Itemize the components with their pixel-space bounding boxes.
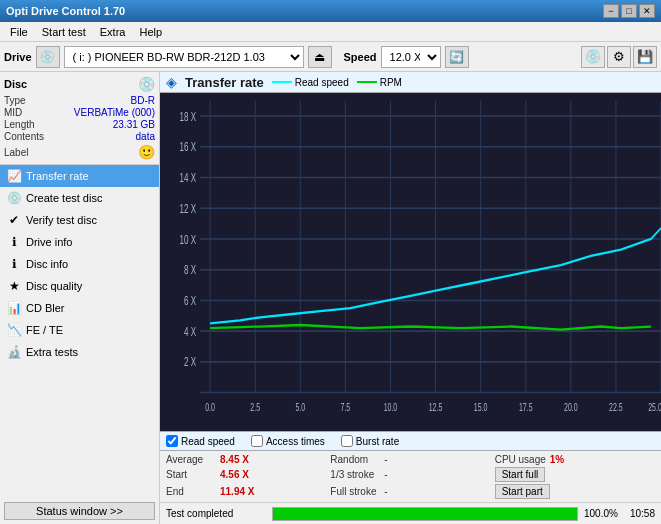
fe-te-icon: 📉 [6, 323, 22, 337]
nav-label-fe-te: FE / TE [26, 324, 63, 336]
read-speed-checkbox[interactable] [166, 435, 178, 447]
chart-icon: ◈ [166, 74, 177, 90]
disc-icon-btn[interactable]: 💿 [581, 46, 605, 68]
svg-text:25.0 GB: 25.0 GB [648, 402, 661, 414]
save-icon-btn[interactable]: 💾 [633, 46, 657, 68]
disc-quality-icon: ★ [6, 279, 22, 293]
burst-rate-checkbox[interactable] [341, 435, 353, 447]
end-value: 11.94 X [220, 486, 260, 497]
legend-read-speed: Read speed [272, 77, 349, 88]
transfer-rate-icon: 📈 [6, 169, 22, 183]
verify-test-icon: ✔ [6, 213, 22, 227]
end-label: End [166, 486, 216, 497]
maximize-button[interactable]: □ [621, 4, 637, 18]
nav-label-disc-quality: Disc quality [26, 280, 82, 292]
speed-select[interactable]: 12.0 X [381, 46, 441, 68]
nav-fe-te[interactable]: 📉 FE / TE [0, 319, 159, 341]
label-key: Label [4, 147, 28, 158]
burst-rate-checkbox-label: Burst rate [356, 436, 399, 447]
chart-container: 18 X 16 X 14 X 12 X 10 X 8 X 6 X 4 X 2 X… [160, 93, 661, 431]
svg-text:22.5: 22.5 [609, 402, 623, 414]
stat-cpu-row: CPU usage 1% [495, 454, 655, 465]
stat-start-part-row: Start part [495, 484, 655, 499]
access-times-checkbox-item: Access times [251, 435, 325, 447]
svg-text:10.0: 10.0 [384, 402, 398, 414]
svg-text:18 X: 18 X [180, 110, 197, 123]
svg-text:8 X: 8 X [184, 264, 196, 277]
start-part-button[interactable]: Start part [495, 484, 550, 499]
settings-icon-btn[interactable]: ⚙ [607, 46, 631, 68]
svg-text:12.5: 12.5 [429, 402, 443, 414]
legend-rpm: RPM [357, 77, 402, 88]
minimize-button[interactable]: − [603, 4, 619, 18]
start-full-button[interactable]: Start full [495, 467, 546, 482]
drive-toolbar: Drive 💿 ( i: ) PIONEER BD-RW BDR-212D 1.… [0, 42, 661, 72]
svg-text:15.0: 15.0 [474, 402, 488, 414]
close-button[interactable]: ✕ [639, 4, 655, 18]
stats-area: Average 8.45 X Random - CPU usage 1% Sta… [160, 451, 661, 502]
access-times-checkbox-label: Access times [266, 436, 325, 447]
nav-label-transfer-rate: Transfer rate [26, 170, 89, 182]
menu-file[interactable]: File [4, 25, 34, 39]
svg-text:5.0: 5.0 [295, 402, 305, 414]
drive-icon-btn[interactable]: 💿 [36, 46, 60, 68]
legend-green-color [357, 81, 377, 83]
start-value: 4.56 X [220, 469, 260, 480]
svg-text:2.5: 2.5 [250, 402, 260, 414]
drive-select[interactable]: ( i: ) PIONEER BD-RW BDR-212D 1.03 [64, 46, 304, 68]
nav-label-disc-info: Disc info [26, 258, 68, 270]
svg-text:0.0: 0.0 [205, 402, 215, 414]
svg-text:16 X: 16 X [180, 141, 197, 154]
read-speed-checkbox-item: Read speed [166, 435, 235, 447]
stat-start-row: Start 4.56 X [166, 467, 326, 482]
svg-text:2 X: 2 X [184, 356, 196, 369]
contents-key: Contents [4, 131, 44, 142]
nav-verify-test-disc[interactable]: ✔ Verify test disc [0, 209, 159, 231]
stroke-1-3-value: - [384, 469, 387, 480]
eject-button[interactable]: ⏏ [308, 46, 332, 68]
svg-text:17.5: 17.5 [519, 402, 533, 414]
menu-bar: File Start test Extra Help [0, 22, 661, 42]
menu-extra[interactable]: Extra [94, 25, 132, 39]
cpu-value: 1% [550, 454, 590, 465]
stat-random-row: Random - [330, 454, 490, 465]
progress-bar-fill [273, 508, 577, 520]
stat-average-row: Average 8.45 X [166, 454, 326, 465]
type-key: Type [4, 95, 26, 106]
svg-text:20.0: 20.0 [564, 402, 578, 414]
left-panel: Disc 💿 Type BD-R MID VERBATiMe (000) Len… [0, 72, 160, 524]
nav-disc-info[interactable]: ℹ Disc info [0, 253, 159, 275]
random-label: Random [330, 454, 380, 465]
nav-create-test-disc[interactable]: 💿 Create test disc [0, 187, 159, 209]
average-label: Average [166, 454, 216, 465]
nav-drive-info[interactable]: ℹ Drive info [0, 231, 159, 253]
svg-rect-0 [160, 93, 661, 431]
refresh-button[interactable]: 🔄 [445, 46, 469, 68]
random-value: - [384, 454, 387, 465]
mid-key: MID [4, 107, 22, 118]
chart-svg: 18 X 16 X 14 X 12 X 10 X 8 X 6 X 4 X 2 X… [160, 93, 661, 431]
nav-transfer-rate[interactable]: 📈 Transfer rate [0, 165, 159, 187]
label-icon: 🙂 [138, 144, 155, 160]
nav-disc-quality[interactable]: ★ Disc quality [0, 275, 159, 297]
type-value: BD-R [131, 95, 155, 106]
nav-label-create: Create test disc [26, 192, 102, 204]
menu-help[interactable]: Help [133, 25, 168, 39]
burst-rate-checkbox-item: Burst rate [341, 435, 399, 447]
cpu-label: CPU usage [495, 454, 546, 465]
nav-label-drive-info: Drive info [26, 236, 72, 248]
drive-label: Drive [4, 51, 32, 63]
chart-title: Transfer rate [185, 75, 264, 90]
stat-full-stroke-row: Full stroke - [330, 484, 490, 499]
access-times-checkbox[interactable] [251, 435, 263, 447]
legend-rpm-label: RPM [380, 77, 402, 88]
stat-end-row: End 11.94 X [166, 484, 326, 499]
status-window-button[interactable]: Status window >> [4, 502, 155, 520]
svg-text:6 X: 6 X [184, 294, 196, 307]
svg-text:12 X: 12 X [180, 202, 197, 215]
app-title: Opti Drive Control 1.70 [6, 5, 125, 17]
nav-cd-bler[interactable]: 📊 CD Bler [0, 297, 159, 319]
nav-extra-tests[interactable]: 🔬 Extra tests [0, 341, 159, 363]
menu-start-test[interactable]: Start test [36, 25, 92, 39]
progress-text: 100.0% [584, 508, 624, 519]
